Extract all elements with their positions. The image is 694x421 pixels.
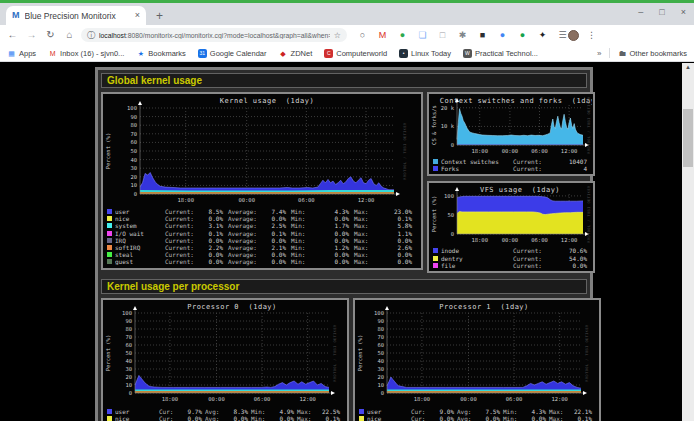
green-circle-extension-icon[interactable]: ● — [517, 30, 528, 41]
graph-legend: userCurrent:8.5%Average:7.4%Min:4.3%Max:… — [104, 207, 420, 267]
browser-toolbar: ←→↻⌂ ⓘ localhost:8080/monitorix-cgi/moni… — [0, 25, 694, 45]
svg-text:60: 60 — [377, 342, 384, 348]
back-button[interactable]: ← — [5, 29, 20, 41]
svg-text:RRDTOOL / TOBI OETIKER: RRDTOOL / TOBI OETIKER — [585, 324, 589, 382]
folder-icon: 🖿 — [618, 49, 626, 58]
svg-text:Percent (%): Percent (%) — [357, 335, 363, 371]
legend-swatch — [359, 416, 364, 421]
svg-text:40: 40 — [377, 358, 384, 364]
legend-swatch — [107, 416, 112, 421]
legend-swatch — [433, 159, 438, 164]
per-processor-row: 010203040506070809010018:0000:0006:0012:… — [101, 298, 587, 421]
svg-text:RRDTOOL / TOBI OETIKER: RRDTOOL / TOBI OETIKER — [403, 122, 407, 180]
vfs-usage-graph[interactable]: 05010018:0000:0006:0012:00VFS usage (1da… — [427, 181, 595, 273]
bookmarks-icon: ★ — [136, 49, 145, 58]
svg-text:18:00: 18:00 — [414, 396, 431, 402]
maximize-button[interactable]: □ — [659, 8, 664, 17]
green-globe-extension-icon[interactable]: ● — [397, 30, 408, 41]
svg-text:18:00: 18:00 — [177, 197, 194, 203]
legend-row: dentryCurrent:54.0% — [433, 255, 589, 262]
svg-text:06:00: 06:00 — [531, 148, 548, 154]
bookmark-computerworld[interactable]: CComputerworld — [324, 49, 387, 58]
page-info-icon[interactable]: ⓘ — [87, 30, 95, 41]
svg-text:0: 0 — [129, 390, 132, 396]
legend-row: guestCurrent:0.0%Average:0.0%Min:0.0%Max… — [107, 258, 417, 265]
pin-extension-icon[interactable]: ✦ — [537, 30, 548, 41]
bookmark-bookmarks[interactable]: ★Bookmarks — [136, 49, 186, 58]
home-button[interactable]: ⌂ — [62, 29, 77, 41]
svg-text:RRDTOOL / TOBI OETIKER: RRDTOOL / TOBI OETIKER — [587, 185, 591, 243]
svg-text:Context switches and forks (1: Context switches and forks (1day) — [440, 97, 592, 105]
bookmark-inbox[interactable]: MInbox (16) - sjvn0... — [48, 49, 124, 58]
new-tab-button[interactable]: + — [156, 11, 163, 21]
svg-text:06:00: 06:00 — [531, 237, 548, 243]
svg-text:Percent (%): Percent (%) — [105, 335, 111, 371]
bookmark-label: Computerworld — [336, 49, 387, 58]
browser-tab[interactable]: M Blue Precision Monitorix × — [6, 6, 146, 25]
scrollbar-up-arrow[interactable]: ▲ — [682, 64, 694, 70]
minimize-button[interactable]: – — [638, 8, 643, 17]
svg-text:00:00: 00:00 — [502, 148, 519, 154]
graph-legend: userCur:9.7%Avg:8.3%Min:4.9%Max:22.5%nic… — [104, 407, 346, 421]
legend-row: niceCurrent:0.0%Average:0.0%Min:0.0%Max:… — [107, 215, 417, 222]
forward-button[interactable]: → — [24, 29, 39, 41]
blue-circle-extension-icon[interactable]: ● — [497, 30, 508, 41]
reload-button[interactable]: ↻ — [43, 29, 58, 41]
practical-technology-icon: W — [463, 49, 472, 58]
legend-swatch — [433, 166, 438, 171]
tab-title: Blue Precision Monitorix — [25, 11, 130, 21]
bookmark-apps[interactable]: ▦Apps — [7, 49, 36, 58]
profile-avatar[interactable] — [568, 30, 579, 41]
scrollbar-thumb[interactable] — [683, 109, 693, 167]
apps-icon: ▦ — [7, 49, 16, 58]
svg-text:12:00: 12:00 — [561, 237, 578, 243]
bookmarks-overflow-chevron[interactable]: » — [597, 49, 601, 58]
svg-text:30: 30 — [125, 366, 132, 372]
bookmark-practical-technology[interactable]: WPractical Technol... — [463, 49, 538, 58]
section-header-global-kernel-usage: Global kernel usage — [101, 73, 587, 88]
vfs-usage-plot: 05010018:0000:0006:0012:00VFS usage (1da… — [430, 184, 592, 246]
pages-extension-icon[interactable]: ❏ — [417, 30, 428, 41]
tab-close-icon[interactable]: × — [135, 11, 140, 20]
context-switches-graph[interactable]: 010 k20 k18:0000:0006:0012:00Context swi… — [427, 92, 595, 176]
google-calendar-icon: 31 — [198, 49, 207, 58]
bookmark-label: ZDNet — [291, 49, 313, 58]
svg-text:50: 50 — [377, 350, 384, 356]
processor-1-graph[interactable]: 010203040506070809010018:0000:0006:0012:… — [353, 298, 601, 421]
kernel-usage-graph[interactable]: 010203040506070809010018:0000:0006:0012:… — [101, 92, 423, 270]
dark-square-extension-icon[interactable]: ■ — [477, 30, 488, 41]
graph-legend: Context switchesCurrent:10407ForksCurren… — [430, 157, 592, 173]
bookmark-zdnet[interactable]: ◆ZDNet — [279, 49, 313, 58]
processor-0-graph[interactable]: 010203040506070809010018:0000:0006:0012:… — [101, 298, 349, 421]
zdnet-icon: ◆ — [279, 49, 288, 58]
tab-list-icon[interactable]: ☰ — [557, 30, 568, 41]
page-scrollbar[interactable]: ▲ — [682, 63, 694, 421]
svg-text:80: 80 — [130, 122, 137, 128]
gray-square-extension-icon[interactable]: □ — [437, 30, 448, 41]
svg-text:40: 40 — [125, 358, 132, 364]
close-button[interactable]: × — [681, 8, 686, 17]
legend-swatch — [107, 238, 112, 243]
bookmark-label: Apps — [19, 49, 36, 58]
menu-kebab-icon[interactable]: ⋮ — [587, 30, 596, 40]
bookmark-linux-today[interactable]: •Linux Today — [399, 49, 451, 58]
svg-text:12:00: 12:00 — [551, 396, 568, 402]
legend-swatch — [107, 216, 112, 221]
section-header-kernel-per-processor: Kernel usage per processor — [101, 279, 587, 294]
svg-text:Percent (%): Percent (%) — [431, 196, 437, 232]
svg-text:10: 10 — [130, 182, 137, 188]
monitorix-content: Global kernel usage 01020304050607080901… — [95, 67, 593, 421]
omnibox[interactable]: ⓘ localhost:8080/monitorix-cgi/monitorix… — [81, 28, 347, 42]
gmail-icon[interactable]: M — [377, 30, 388, 41]
search-icon[interactable]: ○ — [357, 30, 368, 41]
bookmark-star-icon[interactable]: ☆ — [334, 31, 341, 40]
legend-swatch — [107, 259, 112, 264]
legend-row: I/O waitCurrent:0.1%Average:0.1%Min:0.0%… — [107, 230, 417, 237]
bookmark-label: Google Calendar — [210, 49, 267, 58]
svg-text:60: 60 — [130, 139, 137, 145]
asterisk-extension-icon[interactable]: ✱ — [457, 30, 468, 41]
monitorix-page: Global kernel usage 01020304050607080901… — [0, 63, 694, 421]
bookmark-google-calendar[interactable]: 31Google Calendar — [198, 49, 267, 58]
bookmark-label: Practical Technol... — [475, 49, 538, 58]
other-bookmarks-folder[interactable]: 🖿 Other bookmarks — [618, 49, 687, 58]
